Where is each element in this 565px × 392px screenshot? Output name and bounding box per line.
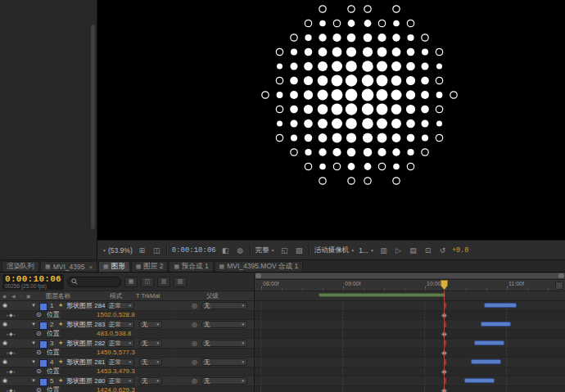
flowchart-button-icon[interactable]: ⊡ [423, 245, 433, 255]
trkmat-dropdown[interactable]: 无▼ [139, 321, 162, 328]
parent-pickwhip-icon[interactable]: ◎ [192, 339, 197, 348]
camera-dropdown[interactable]: 活动摄像机▼ [314, 246, 355, 255]
mode-dropdown[interactable]: 正常▼ [106, 340, 134, 347]
property-name[interactable]: 位置 [47, 349, 60, 358]
viewer-timecode[interactable]: 0:00:10:06 [172, 246, 216, 255]
tab-4[interactable]: ▦图层 2 [131, 261, 169, 272]
property-track[interactable] [254, 386, 565, 392]
layer-row[interactable]: ◉ ▼ 5 ★ 形状图层 280 正常▼ 无▼ ◎ 无▼ [0, 376, 565, 386]
stopwatch-icon[interactable]: ⊙ [36, 330, 42, 339]
layer-name[interactable]: 形状图层 282 [66, 339, 106, 348]
expand-arrow-icon[interactable]: ▼ [31, 339, 36, 348]
layer-track[interactable] [254, 358, 565, 367]
transparency-grid-icon[interactable]: ▨ [294, 245, 305, 255]
label-color-swatch[interactable] [39, 359, 47, 367]
column-parent[interactable]: 父级 [206, 291, 219, 300]
tab-3[interactable]: ▦图形 [98, 261, 130, 272]
parent-dropdown[interactable]: 无▼ [201, 321, 247, 328]
layer-name[interactable]: 形状图层 280 [66, 376, 106, 385]
mode-dropdown[interactable]: 正常▼ [106, 377, 134, 385]
view-layout-dropdown[interactable]: 1...▼ [359, 246, 374, 255]
parent-pickwhip-icon[interactable]: ◎ [192, 358, 197, 367]
expand-arrow-icon[interactable]: ▼ [31, 376, 36, 385]
label-color-swatch[interactable] [39, 322, 47, 330]
property-row[interactable]: ‹◆› ⊙ 位置 1453.3,479.3 [0, 367, 565, 377]
exposure-value[interactable]: +0.0 [452, 246, 468, 255]
layer-duration-bar[interactable] [481, 322, 511, 327]
project-panel[interactable] [0, 0, 97, 259]
parent-pickwhip-icon[interactable]: ◎ [192, 320, 197, 329]
time-ruler[interactable]: 08:00f09:00f10:00f11:00f [255, 280, 565, 291]
composition-canvas[interactable] [97, 0, 565, 240]
parent-dropdown[interactable]: 无▼ [201, 377, 247, 385]
property-value[interactable]: 1453.3,479.3 [97, 367, 135, 376]
zoom-dropdown[interactable]: ▼(53.9%) [102, 246, 133, 255]
mode-dropdown[interactable]: 正常▼ [106, 302, 134, 309]
stopwatch-icon[interactable]: ⊙ [36, 386, 42, 392]
time-navigator[interactable] [255, 273, 565, 280]
show-channel-icon[interactable]: ◍ [235, 245, 246, 255]
stopwatch-icon[interactable]: ⊙ [36, 349, 42, 358]
lock-toggle[interactable] [21, 376, 29, 385]
expand-arrow-icon[interactable]: ▼ [31, 301, 36, 310]
layer-name[interactable]: 形状图层 284 [66, 301, 106, 310]
layer-duration-bar[interactable] [471, 359, 501, 364]
parent-dropdown[interactable]: 无▼ [201, 358, 247, 366]
parent-pickwhip-icon[interactable]: ◎ [192, 301, 197, 310]
layer-track[interactable] [254, 339, 565, 348]
video-toggle-icon[interactable]: ◉ [2, 301, 7, 310]
trkmat-dropdown[interactable]: 无▼ [139, 358, 162, 366]
property-name[interactable]: 位置 [47, 367, 60, 376]
parent-dropdown[interactable]: 无▼ [201, 340, 247, 347]
layer-row[interactable]: ◉ ▼ 4 ★ 形状图层 281 正常▼ 无▼ ◎ 无▼ [0, 358, 565, 367]
mode-dropdown[interactable]: 正常▼ [106, 358, 134, 366]
lock-toggle[interactable] [21, 339, 29, 348]
layer-track[interactable] [254, 301, 565, 310]
expand-arrow-icon[interactable]: ▼ [31, 320, 36, 329]
timeline-button-icon[interactable]: ▤ [408, 245, 418, 255]
comp-marker-bin[interactable] [555, 282, 563, 290]
property-name[interactable]: 位置 [47, 311, 60, 320]
video-toggle-icon[interactable]: ◉ [2, 358, 7, 367]
keyframe-navigator[interactable]: ‹◆› [7, 330, 16, 339]
audio-toggle[interactable] [12, 301, 20, 310]
stopwatch-icon[interactable]: ⊙ [36, 367, 42, 376]
hide-shy-layers-button[interactable]: ▥ [157, 277, 170, 287]
current-time-display[interactable]: 0:00:10:06 00256 (25.00 fps) [2, 274, 64, 290]
property-value[interactable]: 1459.5,577.3 [97, 349, 135, 358]
draft-3d-button[interactable]: ◫ [141, 277, 154, 287]
layer-duration-bar[interactable] [484, 303, 517, 308]
comp-mini-flowchart-button[interactable]: ▦ [124, 277, 138, 287]
time-navigator-track[interactable] [255, 273, 564, 278]
reset-exposure-icon[interactable]: ↺ [437, 245, 448, 255]
audio-toggle[interactable] [12, 339, 20, 348]
current-time-indicator-line[interactable] [444, 291, 445, 392]
property-track[interactable] [254, 311, 565, 320]
pixel-aspect-icon[interactable]: ▥ [378, 245, 389, 255]
keyframe-navigator[interactable]: ‹◆› [7, 349, 16, 358]
video-toggle-icon[interactable]: ◉ [2, 376, 7, 385]
mask-visibility-icon[interactable]: ◫ [151, 245, 162, 255]
column-mode[interactable]: 模式 [110, 291, 122, 300]
parent-dropdown[interactable]: 无▼ [201, 302, 247, 309]
fast-preview-icon[interactable]: ▷ [393, 245, 404, 255]
resolution-dropdown[interactable]: 完整▼ [255, 246, 275, 255]
close-tab-icon[interactable]: × [88, 264, 93, 271]
layer-duration-bar[interactable] [464, 378, 495, 383]
mode-dropdown[interactable]: 正常▼ [106, 321, 134, 328]
lock-toggle[interactable] [21, 320, 29, 329]
project-panel-scrollbar[interactable] [91, 25, 95, 229]
lock-toggle[interactable] [21, 301, 29, 310]
property-row[interactable]: ‹◆› ⊙ 位置 1502.0,528.8 [0, 311, 565, 321]
column-trkmat[interactable]: T TrkMat [136, 291, 160, 300]
label-color-swatch[interactable] [39, 340, 47, 349]
property-track[interactable] [254, 349, 565, 358]
keyframe-navigator[interactable]: ‹◆› [7, 311, 16, 320]
label-color-swatch[interactable] [39, 303, 47, 311]
lock-toggle[interactable] [21, 358, 29, 367]
property-row[interactable]: ‹◆› ⊙ 位置 1459.5,577.3 [0, 349, 565, 358]
property-row[interactable]: ‹◆› ⊙ 位置 1424.0,629.3 [0, 386, 565, 392]
property-row[interactable]: ‹◆› ⊙ 位置 483.0,538.8 [0, 330, 565, 340]
column-layer-name[interactable]: 图层名称 [46, 291, 70, 300]
tab-1[interactable]: 渲染队列 [2, 261, 39, 272]
